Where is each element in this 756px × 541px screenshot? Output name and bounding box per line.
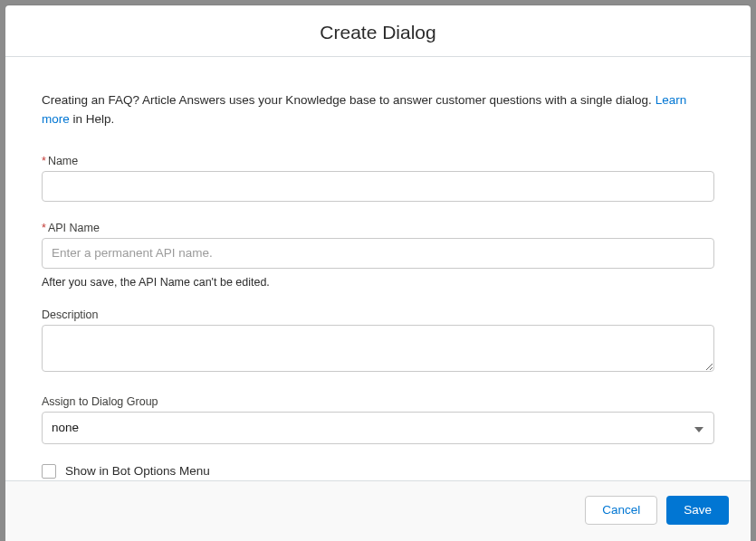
api-name-label-text: API Name [48,222,100,234]
field-show-in-menu: Show in Bot Options Menu [42,464,714,479]
show-in-menu-label: Show in Bot Options Menu [65,464,210,478]
api-name-input[interactable] [42,238,714,269]
dialog-group-select[interactable]: none [42,412,714,444]
modal-body: Creating an FAQ? Article Answers uses yo… [5,57,751,480]
modal-footer: Cancel Save [5,480,751,541]
modal-title: Create Dialog [5,22,751,43]
dialog-group-select-wrap: none [42,412,714,444]
name-input[interactable] [42,171,714,202]
field-description: Description [42,308,714,375]
save-button[interactable]: Save [666,496,729,525]
name-label-text: Name [48,155,78,167]
required-marker: * [42,222,46,234]
intro-text: Creating an FAQ? Article Answers uses yo… [42,91,714,129]
description-label: Description [42,308,714,321]
api-name-helper: After you save, the API Name can't be ed… [42,276,714,289]
field-api-name: *API Name After you save, the API Name c… [42,222,714,289]
intro-before-link: Creating an FAQ? Article Answers uses yo… [42,93,656,107]
field-name: *Name [42,155,714,202]
field-dialog-group: Assign to Dialog Group none [42,395,714,444]
create-dialog-modal: Create Dialog Creating an FAQ? Article A… [5,5,751,541]
description-textarea[interactable] [42,325,714,372]
name-label: *Name [42,155,714,167]
show-in-menu-checkbox[interactable] [42,464,56,479]
dialog-group-label: Assign to Dialog Group [42,395,714,408]
api-name-label: *API Name [42,222,714,234]
required-marker: * [42,155,46,167]
cancel-button[interactable]: Cancel [585,496,657,525]
modal-header: Create Dialog [5,5,751,57]
intro-after-link: in Help. [70,112,115,126]
